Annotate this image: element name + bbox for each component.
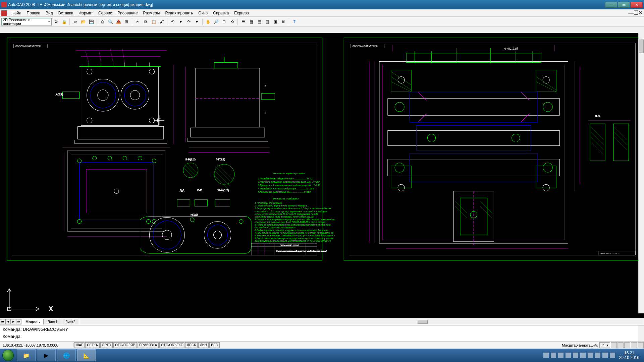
tray-icon[interactable] [595,353,600,358]
mdi-restore-button[interactable]: ❐ [634,10,638,16]
minimize-button[interactable]: — [605,2,617,8]
tray-icon[interactable] [580,353,586,358]
toggle-grid[interactable]: СЕТКА [85,342,100,348]
toolbar-lock-icon[interactable]: 🔒 [60,18,68,25]
workspace-combo[interactable]: 2D Рисование и аннотации [1,18,52,25]
plot-icon[interactable]: ⊞ [123,18,130,25]
vertical-scrollbar[interactable] [638,33,644,313]
svg-text:Ж-Ж(1:2): Ж-Ж(1:2) [218,189,229,192]
maximize-button[interactable]: ▭ [618,2,630,8]
toggle-lwt[interactable]: ВЕС [209,342,220,348]
menu-file[interactable]: Файл [9,10,24,16]
print-icon[interactable]: ⎙ [99,18,106,25]
redo-icon[interactable]: ↷ [185,18,193,25]
pan-icon[interactable]: ✋ [204,18,212,25]
zoom-previous-icon[interactable]: ⟲ [228,18,236,25]
tab-nav-first-icon[interactable]: ⏮ [0,319,5,324]
annotation-scale-value[interactable]: 1:1 ▾ [599,342,610,348]
menu-insert[interactable]: Вставка [56,10,76,16]
mdi-minimize-button[interactable]: — [628,10,634,16]
coordinates-display[interactable]: 13610.4312, -10367.1870, 0.0000 [0,343,74,347]
toggle-otrack[interactable]: ОТС-ОБЪЕКТ [159,342,184,348]
tray-icon[interactable] [551,353,556,358]
cad-viewport[interactable]: СБОРОЧНЫЙ ЧЕРТЕЖ [0,33,644,319]
front-view: А(1:2) [55,49,174,147]
redo-dropdown-icon[interactable]: ▾ [193,18,201,25]
annotation-visibility-icon[interactable] [611,342,617,348]
open-icon[interactable]: 📂 [79,18,87,25]
tray-volume-icon[interactable] [566,353,571,358]
tray-icon[interactable] [543,353,549,358]
close-button[interactable]: ✕ [631,2,643,8]
undo-icon[interactable]: ↶ [169,18,176,25]
sheet-set-icon[interactable]: ▥ [264,18,271,25]
svg-line-183 [591,142,603,155]
taskbar-chrome[interactable]: 🌐 [57,349,76,361]
copy-icon[interactable]: ⧉ [142,18,149,25]
menu-service[interactable]: Сервис [96,10,115,16]
command-line[interactable]: Команда: DRAWINGRECOVERY Команда: [0,325,644,343]
clock-time: 16:21 [619,351,639,355]
tab-sheet1[interactable]: Лист1 [44,319,61,324]
horizontal-scrollbar[interactable] [80,319,643,324]
properties-icon[interactable]: ☰ [239,18,247,25]
clean-screen-icon[interactable] [638,342,644,348]
toggle-osnap[interactable]: ПРИВЯЗКА [138,342,159,348]
toggle-ducs[interactable]: ДПСК [185,342,198,348]
publish-icon[interactable]: 📤 [115,18,122,25]
zoom-icon[interactable]: 🔎 [212,18,220,25]
tray-action-center-icon[interactable] [610,353,615,358]
drawing-canvas[interactable]: СБОРОЧНЫЙ ЧЕРТЕЖ [0,33,644,319]
tool-palettes-icon[interactable]: ▤ [256,18,263,25]
taskbar-mediaplayer[interactable]: ▶ [37,349,56,361]
menu-draw[interactable]: Рисование [115,10,140,16]
help-icon[interactable]: ? [291,18,298,25]
menu-dimensions[interactable]: Размеры [141,10,163,16]
tab-model[interactable]: Модель [22,319,44,324]
svg-point-87 [239,220,243,224]
command-scrollbar[interactable] [638,325,644,343]
cut-icon[interactable]: ✂ [134,18,141,25]
menu-modify[interactable]: Редактировать [162,10,196,16]
menu-edit[interactable]: Правка [24,10,43,16]
tray-icon[interactable] [558,353,564,358]
save-icon[interactable]: 💾 [88,18,95,25]
new-icon[interactable]: ▱ [71,18,79,25]
tray-icon[interactable] [588,353,593,358]
quickcalc-icon[interactable]: 🖩 [280,18,287,25]
tray-icon[interactable] [602,353,608,358]
design-center-icon[interactable]: ▦ [248,18,255,25]
menu-format[interactable]: Формат [76,10,96,16]
mdi-app-icon[interactable] [1,10,7,16]
toggle-ortho[interactable]: ОРТО [100,342,113,348]
tab-nav-next-icon[interactable]: ▶ [11,319,16,324]
status-lock-icon[interactable] [624,342,630,348]
menu-express[interactable]: Express [231,10,251,16]
zoom-window-icon[interactable]: ⊡ [220,18,228,25]
match-props-icon[interactable]: 🖌 [158,18,165,25]
svg-point-159 [543,77,549,83]
command-prompt[interactable]: Команда: [3,334,641,339]
tab-nav-last-icon[interactable]: ⏭ [16,319,21,324]
menu-help[interactable]: Справка [210,10,231,16]
tray-network-icon[interactable] [573,353,578,358]
annotation-autoscale-icon[interactable] [618,342,624,348]
toggle-snap[interactable]: ШАГ [74,342,85,348]
taskbar-clock[interactable]: 16:21 29.10.2016 [617,351,641,360]
paste-icon[interactable]: 📋 [150,18,157,25]
taskbar-autocad[interactable]: 📐 [77,349,96,361]
tab-nav-prev-icon[interactable]: ◀ [5,319,11,324]
toggle-polar[interactable]: ОТС-ПОЛЯР [113,342,137,348]
menu-window[interactable]: Окно [196,10,210,16]
taskbar-explorer[interactable]: 📁 [17,349,36,361]
tab-sheet2[interactable]: Лист2 [62,319,79,324]
undo-dropdown-icon[interactable]: ▾ [177,18,184,25]
toggle-dyn[interactable]: ДИН [198,342,209,348]
menu-view[interactable]: Вид [43,10,56,16]
mdi-close-button[interactable]: ✕ [638,10,643,16]
print-preview-icon[interactable]: 🔍 [107,18,114,25]
start-button[interactable] [0,349,16,362]
workspace-settings-icon[interactable]: ⚙ [52,18,60,25]
status-tray-icon[interactable] [631,342,637,348]
markup-icon[interactable]: ▣ [272,18,279,25]
